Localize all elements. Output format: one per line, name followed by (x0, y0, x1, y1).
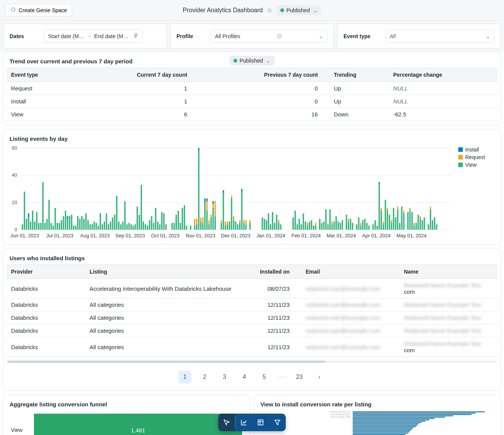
svg-rect-34 (71, 215, 72, 230)
svg-rect-168 (327, 224, 328, 230)
clear-icon[interactable]: × (277, 34, 282, 39)
svg-rect-19 (42, 182, 43, 230)
svg-rect-76 (157, 222, 158, 230)
sparkle-icon (10, 6, 16, 14)
svg-rect-197 (383, 224, 384, 230)
svg-rect-213 (407, 212, 408, 230)
svg-rect-60 (124, 201, 125, 230)
trend-col-header[interactable]: Trending (329, 68, 389, 82)
funnel-row-label: View (11, 427, 26, 433)
svg-rect-257 (353, 426, 416, 427)
app-header: Create Genie Space Provider Analytics Da… (0, 0, 504, 21)
svg-text:Apr 01, 2024: Apr 01, 2024 (362, 233, 391, 238)
svg-rect-132 (241, 189, 242, 192)
svg-rect-93 (196, 219, 197, 224)
svg-rect-47 (98, 226, 99, 230)
trend-col-header[interactable]: Percentage change (388, 68, 498, 82)
trend-cell: 1 (74, 82, 199, 95)
svg-rect-149 (280, 224, 281, 230)
svg-rect-228 (432, 220, 433, 230)
toolbar-table-button[interactable] (252, 414, 269, 431)
svg-rect-106 (209, 220, 210, 224)
install-cell: redacted.user@example.com (301, 298, 400, 311)
pager-next-icon[interactable]: › (313, 371, 326, 383)
svg-rect-249 (353, 417, 445, 418)
svg-rect-14 (32, 211, 33, 230)
event-type-select[interactable]: All ⌄ (385, 30, 494, 43)
trend-cell: 0 (199, 82, 329, 95)
legend-view[interactable]: View (458, 162, 494, 168)
publish-state-chip[interactable]: Published ⌄ (276, 5, 321, 15)
horizontal-scrollbar[interactable] (7, 361, 497, 363)
svg-rect-153 (299, 219, 300, 230)
svg-rect-194 (379, 182, 380, 185)
svg-rect-227 (430, 206, 431, 209)
pager-page[interactable]: 23 (293, 371, 306, 383)
svg-rect-148 (278, 220, 279, 223)
svg-rect-172 (334, 222, 335, 230)
svg-rect-141 (266, 220, 267, 230)
vtoi-chart[interactable]: Listing owned bymodernizationsTest Listi… (254, 411, 501, 435)
funnel-chart[interactable]: View 1,481 (3, 411, 250, 435)
trend-col-header[interactable]: Current 7 day count (74, 68, 199, 82)
svg-rect-147 (278, 223, 279, 230)
svg-rect-128 (237, 224, 238, 230)
date-end: End date (M… (94, 33, 128, 39)
svg-rect-41 (85, 213, 87, 230)
pager-page[interactable]: 5 (258, 371, 271, 383)
install-cell: All categories (85, 324, 252, 337)
svg-rect-139 (262, 218, 263, 230)
events-chart[interactable]: 0204060Jun 01, 2023Jul 01, 2023Aug 01, 2… (6, 145, 454, 240)
trend-col-header[interactable]: Event type (6, 68, 74, 82)
svg-rect-13 (30, 222, 31, 230)
svg-rect-20 (44, 223, 45, 230)
svg-rect-16 (36, 212, 37, 230)
svg-rect-77 (159, 224, 160, 230)
svg-rect-71 (147, 226, 148, 230)
toolbar-chart-button[interactable] (236, 414, 252, 431)
trend-publish-chip[interactable]: Published ⌄ (230, 56, 274, 66)
legend-install[interactable]: Install (458, 147, 494, 153)
star-icon[interactable]: ☆ (266, 6, 273, 14)
install-row: DatabricksAll categories12/11/23redacted… (6, 337, 498, 357)
svg-rect-140 (264, 219, 265, 230)
install-row: DatabricksAll categories12/11/23redacted… (6, 324, 498, 337)
svg-rect-70 (145, 224, 146, 230)
install-col-header[interactable]: Name (399, 265, 498, 279)
svg-rect-65 (135, 224, 136, 230)
svg-rect-59 (122, 222, 124, 230)
pager-page[interactable]: 3 (218, 371, 231, 383)
svg-rect-32 (67, 216, 68, 219)
pager: 12345· · ·23› (3, 365, 501, 390)
svg-rect-201 (387, 208, 388, 211)
pager-page[interactable]: 2 (198, 371, 211, 383)
date-range-input[interactable]: Start date (M… → End date (M… (44, 29, 143, 43)
profile-select[interactable]: All Profiles × ⌄ (211, 30, 327, 43)
install-col-header[interactable]: Provider (6, 265, 85, 279)
svg-rect-25 (55, 208, 56, 230)
create-genie-space-button[interactable]: Create Genie Space (5, 4, 72, 16)
toolbar-cursor-button[interactable] (218, 414, 235, 431)
svg-rect-88 (186, 226, 187, 230)
pager-page[interactable]: 1 (178, 371, 191, 383)
install-col-header[interactable]: Listing (85, 265, 252, 279)
status-dot (233, 59, 237, 63)
svg-rect-108 (210, 215, 212, 218)
vtoi-title: View to install conversion rate per list… (254, 396, 501, 411)
pager-page[interactable]: 4 (238, 371, 251, 383)
svg-rect-85 (180, 223, 181, 230)
install-cell: 12/11/23 (252, 337, 301, 357)
install-cell: Accelerating Interoperability With Datab… (85, 279, 252, 298)
toolbar-filter-button[interactable] (269, 414, 286, 431)
install-col-header[interactable]: Installed on (252, 265, 301, 279)
trend-col-header[interactable]: Previous 7 day count (199, 68, 329, 82)
legend-request[interactable]: Request (458, 154, 494, 160)
chevron-down-icon: ⌄ (266, 58, 271, 64)
event-type-label: Event type (343, 33, 378, 39)
events-chart-panel: Listing events by day 0204060Jun 01, 202… (3, 129, 501, 245)
svg-rect-123 (231, 198, 232, 230)
svg-rect-188 (366, 223, 368, 230)
install-col-header[interactable]: Email (301, 265, 400, 279)
install-row: DatabricksAccelerating Interoperability … (6, 279, 498, 298)
svg-rect-74 (153, 223, 154, 230)
